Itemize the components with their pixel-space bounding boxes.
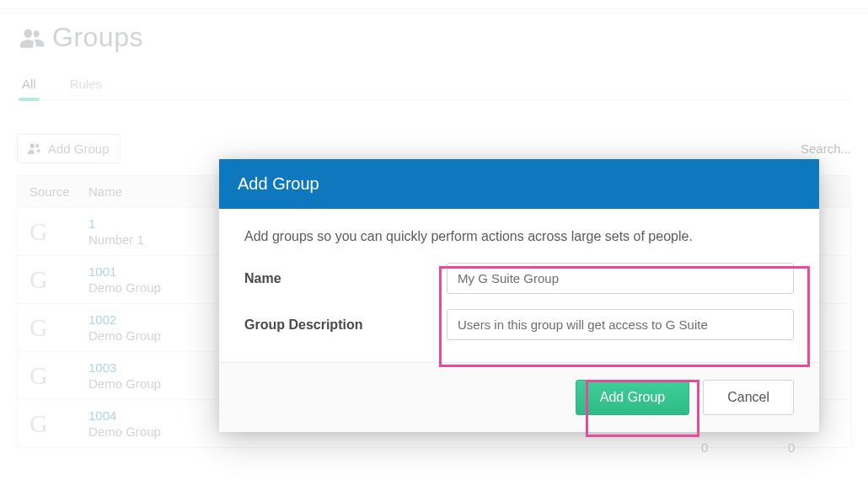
modal-description: Add groups so you can quickly perform ac…: [244, 229, 794, 244]
submit-add-group-button[interactable]: Add Group: [576, 380, 689, 415]
modal-title: Add Group: [219, 159, 819, 209]
add-group-modal: Add Group Add groups so you can quickly …: [219, 159, 819, 432]
name-label: Name: [244, 271, 447, 286]
group-description-field[interactable]: [447, 309, 794, 340]
cancel-button[interactable]: Cancel: [703, 380, 794, 415]
name-field[interactable]: [447, 263, 794, 294]
group-description-label: Group Description: [244, 317, 447, 333]
